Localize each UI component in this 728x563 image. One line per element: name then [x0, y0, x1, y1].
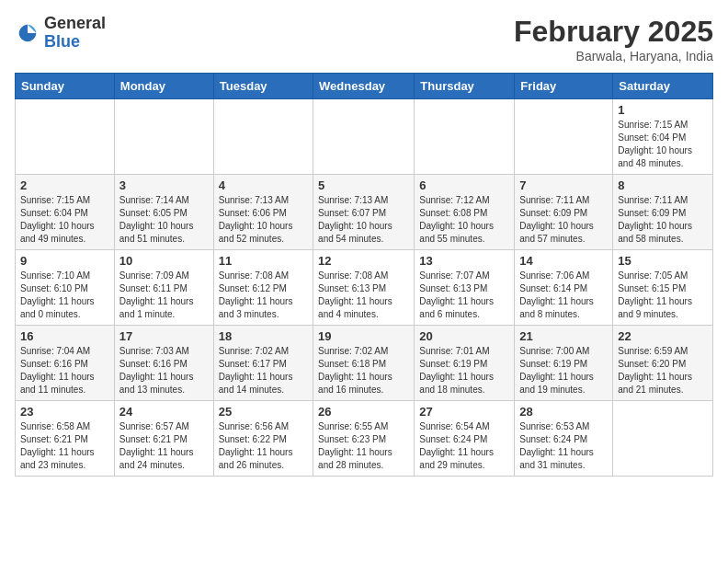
cell-text: Sunrise: 7:11 AM Sunset: 6:09 PM Dayligh… [519, 194, 608, 246]
calendar-cell: 9Sunrise: 7:10 AM Sunset: 6:10 PM Daylig… [16, 250, 115, 326]
logo-general: General [44, 15, 106, 33]
cell-text: Sunrise: 7:12 AM Sunset: 6:08 PM Dayligh… [419, 194, 509, 246]
cell-text: Sunrise: 7:08 AM Sunset: 6:13 PM Dayligh… [318, 270, 409, 321]
day-number: 24 [119, 405, 209, 419]
cell-text: Sunrise: 7:11 AM Sunset: 6:09 PM Dayligh… [618, 194, 708, 246]
weekday-header: Saturday [613, 74, 713, 99]
calendar-cell: 24Sunrise: 6:57 AM Sunset: 6:21 PM Dayli… [114, 401, 213, 477]
calendar-cell: 1Sunrise: 7:15 AM Sunset: 6:04 PM Daylig… [613, 99, 713, 175]
cell-text: Sunrise: 7:06 AM Sunset: 6:14 PM Dayligh… [519, 270, 608, 321]
cell-text: Sunrise: 7:08 AM Sunset: 6:12 PM Dayligh… [219, 270, 308, 321]
cell-text: Sunrise: 7:04 AM Sunset: 6:16 PM Dayligh… [20, 345, 109, 396]
logo-text: General Blue [44, 15, 106, 52]
weekday-header: Wednesday [313, 74, 415, 99]
weekday-header: Sunday [16, 74, 115, 99]
calendar-cell [16, 99, 115, 175]
calendar-cell: 28Sunrise: 6:53 AM Sunset: 6:24 PM Dayli… [515, 401, 613, 477]
calendar-cell: 22Sunrise: 6:59 AM Sunset: 6:20 PM Dayli… [613, 326, 713, 401]
cell-text: Sunrise: 7:07 AM Sunset: 6:13 PM Dayligh… [419, 270, 509, 321]
cell-text: Sunrise: 6:59 AM Sunset: 6:20 PM Dayligh… [618, 345, 708, 396]
day-number: 21 [519, 329, 608, 343]
weekday-header: Thursday [415, 74, 515, 99]
day-number: 23 [20, 405, 109, 419]
calendar-cell [213, 99, 313, 175]
day-number: 7 [519, 178, 608, 192]
calendar-cell: 6Sunrise: 7:12 AM Sunset: 6:08 PM Daylig… [415, 175, 515, 250]
calendar-cell: 5Sunrise: 7:13 AM Sunset: 6:07 PM Daylig… [313, 175, 415, 250]
calendar-cell [313, 99, 415, 175]
cell-text: Sunrise: 7:09 AM Sunset: 6:11 PM Dayligh… [119, 270, 209, 321]
day-number: 9 [20, 254, 109, 268]
day-number: 15 [618, 254, 708, 268]
calendar-cell: 17Sunrise: 7:03 AM Sunset: 6:16 PM Dayli… [114, 326, 213, 401]
cell-text: Sunrise: 7:02 AM Sunset: 6:18 PM Dayligh… [318, 345, 409, 396]
calendar-cell: 8Sunrise: 7:11 AM Sunset: 6:09 PM Daylig… [613, 175, 713, 250]
calendar-week: 16Sunrise: 7:04 AM Sunset: 6:16 PM Dayli… [16, 326, 713, 401]
day-number: 14 [519, 254, 608, 268]
cell-text: Sunrise: 7:05 AM Sunset: 6:15 PM Dayligh… [618, 270, 708, 321]
calendar-cell: 15Sunrise: 7:05 AM Sunset: 6:15 PM Dayli… [613, 250, 713, 326]
day-number: 5 [318, 178, 409, 192]
day-number: 10 [119, 254, 209, 268]
weekday-header: Friday [515, 74, 613, 99]
location-title: Barwala, Haryana, India [514, 49, 713, 63]
cell-text: Sunrise: 6:53 AM Sunset: 6:24 PM Dayligh… [519, 420, 608, 472]
calendar-cell [613, 401, 713, 477]
calendar-week: 9Sunrise: 7:10 AM Sunset: 6:10 PM Daylig… [16, 250, 713, 326]
calendar-cell: 4Sunrise: 7:13 AM Sunset: 6:06 PM Daylig… [213, 175, 313, 250]
day-number: 27 [419, 405, 509, 419]
calendar-cell [114, 99, 213, 175]
calendar-cell: 21Sunrise: 7:00 AM Sunset: 6:19 PM Dayli… [515, 326, 613, 401]
cell-text: Sunrise: 7:13 AM Sunset: 6:07 PM Dayligh… [318, 194, 409, 246]
calendar-header: SundayMondayTuesdayWednesdayThursdayFrid… [16, 74, 713, 99]
weekday-header: Tuesday [213, 74, 313, 99]
cell-text: Sunrise: 6:54 AM Sunset: 6:24 PM Dayligh… [419, 420, 509, 472]
calendar-cell: 13Sunrise: 7:07 AM Sunset: 6:13 PM Dayli… [415, 250, 515, 326]
day-number: 8 [618, 178, 708, 192]
logo-icon [15, 20, 40, 46]
day-number: 1 [618, 103, 708, 117]
cell-text: Sunrise: 7:15 AM Sunset: 6:04 PM Dayligh… [618, 119, 708, 170]
calendar-cell: 12Sunrise: 7:08 AM Sunset: 6:13 PM Dayli… [313, 250, 415, 326]
page-header: General Blue February 2025 Barwala, Hary… [15, 15, 713, 63]
logo-blue: Blue [44, 33, 106, 52]
calendar-cell: 19Sunrise: 7:02 AM Sunset: 6:18 PM Dayli… [313, 326, 415, 401]
calendar-cell [515, 99, 613, 175]
day-number: 11 [219, 254, 308, 268]
cell-text: Sunrise: 7:03 AM Sunset: 6:16 PM Dayligh… [119, 345, 209, 396]
calendar-body: 1Sunrise: 7:15 AM Sunset: 6:04 PM Daylig… [16, 99, 713, 477]
calendar-cell: 23Sunrise: 6:58 AM Sunset: 6:21 PM Dayli… [16, 401, 115, 477]
day-number: 17 [119, 329, 209, 343]
title-section: February 2025 Barwala, Haryana, India [514, 15, 713, 63]
calendar-week: 2Sunrise: 7:15 AM Sunset: 6:04 PM Daylig… [16, 175, 713, 250]
day-number: 28 [519, 405, 608, 419]
cell-text: Sunrise: 7:10 AM Sunset: 6:10 PM Dayligh… [20, 270, 109, 321]
day-number: 12 [318, 254, 409, 268]
calendar-cell: 20Sunrise: 7:01 AM Sunset: 6:19 PM Dayli… [415, 326, 515, 401]
calendar-cell: 14Sunrise: 7:06 AM Sunset: 6:14 PM Dayli… [515, 250, 613, 326]
calendar-cell: 10Sunrise: 7:09 AM Sunset: 6:11 PM Dayli… [114, 250, 213, 326]
day-number: 16 [20, 329, 109, 343]
day-number: 19 [318, 329, 409, 343]
day-number: 20 [419, 329, 509, 343]
cell-text: Sunrise: 6:55 AM Sunset: 6:23 PM Dayligh… [318, 420, 409, 472]
day-number: 26 [318, 405, 409, 419]
weekday-header: Monday [114, 74, 213, 99]
calendar-cell: 3Sunrise: 7:14 AM Sunset: 6:05 PM Daylig… [114, 175, 213, 250]
cell-text: Sunrise: 7:02 AM Sunset: 6:17 PM Dayligh… [219, 345, 308, 396]
cell-text: Sunrise: 7:01 AM Sunset: 6:19 PM Dayligh… [419, 345, 509, 396]
cell-text: Sunrise: 6:56 AM Sunset: 6:22 PM Dayligh… [219, 420, 308, 472]
day-number: 6 [419, 178, 509, 192]
calendar-week: 1Sunrise: 7:15 AM Sunset: 6:04 PM Daylig… [16, 99, 713, 175]
calendar-cell: 2Sunrise: 7:15 AM Sunset: 6:04 PM Daylig… [16, 175, 115, 250]
day-number: 18 [219, 329, 308, 343]
calendar-cell [415, 99, 515, 175]
cell-text: Sunrise: 7:15 AM Sunset: 6:04 PM Dayligh… [20, 194, 109, 246]
day-number: 4 [219, 178, 308, 192]
calendar-week: 23Sunrise: 6:58 AM Sunset: 6:21 PM Dayli… [16, 401, 713, 477]
cell-text: Sunrise: 7:13 AM Sunset: 6:06 PM Dayligh… [219, 194, 308, 246]
logo: General Blue [15, 15, 106, 52]
calendar-cell: 26Sunrise: 6:55 AM Sunset: 6:23 PM Dayli… [313, 401, 415, 477]
cell-text: Sunrise: 6:58 AM Sunset: 6:21 PM Dayligh… [20, 420, 109, 472]
day-number: 22 [618, 329, 708, 343]
